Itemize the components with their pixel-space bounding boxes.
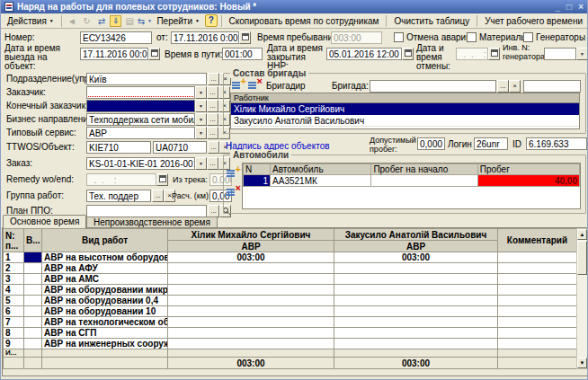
work-row[interactable]: 1АВР на высотном оборудова...003:00003:0… <box>4 252 577 263</box>
worker2-time-cell[interactable]: 003:00 <box>334 252 498 263</box>
worker2-time-cell[interactable] <box>334 306 498 317</box>
scroll-up-icon[interactable]: ▲ <box>577 229 587 240</box>
work-group-more-button[interactable]: ... <box>152 190 164 202</box>
work-row-marker[interactable] <box>24 296 42 306</box>
scroll-down-icon[interactable]: ▼ <box>577 358 587 368</box>
from-date-field[interactable]: 17.11.2016 0:00:00 <box>171 31 239 44</box>
comment-cell[interactable] <box>498 285 577 296</box>
work-row-marker[interactable] <box>24 339 42 349</box>
work-row[interactable]: 3АВР на АМС <box>4 274 577 285</box>
order-dropdown-button[interactable]: ▼ <box>195 157 207 170</box>
minimize-button[interactable]: _ <box>556 2 561 12</box>
work-row-type[interactable]: АВР на СГП <box>42 328 168 339</box>
cars-col-n[interactable]: N <box>244 164 271 175</box>
work-row-marker[interactable] <box>24 328 42 339</box>
ttwos-more-button[interactable]: ... <box>208 141 219 154</box>
col-number-header[interactable]: N:п... <box>4 229 24 252</box>
cancel-date-calendar-button[interactable] <box>488 48 500 60</box>
inv-generator-field[interactable] <box>544 48 576 60</box>
departure-date-calendar-button[interactable] <box>148 48 160 60</box>
car-row[interactable]: 1АА3521МК40,00 <box>244 175 580 187</box>
actions-menu-button[interactable]: Действия▼ <box>4 14 58 28</box>
generators-checkbox[interactable] <box>523 32 533 42</box>
cars-col-start[interactable]: Пробег на начало <box>371 164 477 175</box>
worker1-time-cell[interactable] <box>168 274 334 285</box>
business-field[interactable]: Техподдержка сети мобильно <box>86 113 195 126</box>
work-row-type[interactable]: АВР на инженерных сооруж... <box>42 339 168 349</box>
brigade-field[interactable] <box>370 80 496 93</box>
worker-row[interactable]: Хілик Михайло Сергійович <box>231 103 579 115</box>
remove-car-icon[interactable] <box>227 186 240 199</box>
nnr-date-calendar-button[interactable] <box>402 48 414 60</box>
worker2-time-cell[interactable] <box>334 274 498 285</box>
post-icon[interactable]: ⇓ <box>110 15 121 27</box>
service-field[interactable]: АВР <box>86 127 195 139</box>
brigade-more-button[interactable]: ... <box>497 80 509 93</box>
worker1-time-cell[interactable] <box>168 263 334 274</box>
tab-main-time[interactable]: Основное время <box>3 215 86 228</box>
work-row-marker[interactable] <box>24 317 42 328</box>
copy-dropdown-icon[interactable]: ⇆▼ <box>138 14 151 28</box>
department-field[interactable]: Київ <box>86 73 207 85</box>
comment-cell[interactable] <box>498 263 577 274</box>
worker1-time-cell[interactable] <box>168 296 334 306</box>
service-dropdown-button[interactable]: ▼ <box>195 127 207 139</box>
work-row[interactable]: 6АВР на оборудовании 10 <box>4 306 577 317</box>
nnr-field[interactable]: 05.01.2016 12:00 <box>326 48 402 60</box>
col-work-type-header[interactable]: Вид работ <box>42 229 168 252</box>
worker1-time-cell[interactable] <box>168 317 334 328</box>
departure-field[interactable]: 17.11.2016 00:0 <box>80 48 148 60</box>
comment-cell[interactable] <box>498 296 577 306</box>
work-row[interactable]: 2АВР на АФУ <box>4 263 577 274</box>
close-button[interactable]: × <box>578 2 584 12</box>
comment-cell[interactable] <box>498 317 577 328</box>
col-marker-header[interactable]: В... <box>24 229 42 252</box>
worker1-time-cell[interactable]: 003:00 <box>168 252 334 263</box>
work-row-type[interactable]: АВР на оборудовании 10 <box>42 306 168 317</box>
worker1-time-cell[interactable] <box>168 328 334 339</box>
service-more-button[interactable]: ... <box>207 127 218 139</box>
back-icon[interactable]: ◄ <box>66 14 79 28</box>
worker1-time-cell[interactable] <box>168 306 334 317</box>
swap-icon[interactable]: ⇄ <box>95 14 109 28</box>
ppo-field[interactable] <box>86 205 207 217</box>
work-row-type[interactable]: АВР на оборудовании микро... <box>42 285 168 296</box>
work-row-marker[interactable] <box>24 306 42 317</box>
worker2-time-cell[interactable] <box>334 328 498 339</box>
brigade-extra-field[interactable] <box>523 80 581 93</box>
remove-worker-icon[interactable] <box>248 79 262 92</box>
goto-menu-button[interactable]: Перейти▼ <box>153 14 203 28</box>
work-row[interactable]: 7АВР на технологическом об... <box>4 317 577 328</box>
help-button[interactable]: ? <box>205 14 218 27</box>
copy-time-button[interactable]: Скопировать время по сотрудникам <box>226 14 383 28</box>
car-start-cell[interactable] <box>371 175 477 187</box>
worker-column-header[interactable]: Работник <box>231 93 579 103</box>
business-dropdown-button[interactable]: ▼ <box>195 113 207 126</box>
cancel-accident-checkbox[interactable] <box>394 32 404 42</box>
final-customer-field[interactable] <box>86 100 195 112</box>
car-plate-cell[interactable]: АА3521МК <box>271 175 371 187</box>
brigade-clear-button[interactable]: × <box>509 80 521 93</box>
from-date-calendar-button[interactable] <box>239 31 251 44</box>
work-row-type[interactable]: АВР на технологическом об... <box>42 317 168 328</box>
cars-col-car[interactable]: Автомобиль <box>271 164 371 175</box>
comment-cell[interactable] <box>498 252 577 263</box>
work-row[interactable]: 4АВР на оборудовании микро... <box>4 285 577 296</box>
customer-field[interactable] <box>86 86 195 99</box>
work-row[interactable]: 9АВР на инженерных сооруж... <box>4 339 577 349</box>
work-row-type[interactable]: АВР на АМС <box>42 274 168 285</box>
worker2-time-cell[interactable] <box>334 296 498 306</box>
order-field[interactable]: KS-01-01-KIE-01 2016-001 <box>86 157 195 170</box>
work-row-marker[interactable] <box>24 252 42 263</box>
add-worker-icon[interactable] <box>232 79 245 92</box>
vertical-scrollbar[interactable]: ▲ ▼ <box>576 228 588 369</box>
department-more-button[interactable]: ... <box>208 73 219 85</box>
travel-field[interactable]: 001:00 <box>222 48 263 60</box>
col-worker2-header[interactable]: Закусило Анатолій Васильович <box>334 229 498 241</box>
work-row-type[interactable]: АВР на АФУ <box>42 263 168 274</box>
work-group-field[interactable]: Тех. поддер <box>86 190 151 202</box>
worker-row[interactable]: Закусило Анатолій Васильович <box>231 115 579 127</box>
cars-col-run[interactable]: Пробег <box>477 164 579 175</box>
remedy-date-calendar-button[interactable] <box>156 173 168 186</box>
print-icon[interactable]: ▤ <box>123 14 137 28</box>
